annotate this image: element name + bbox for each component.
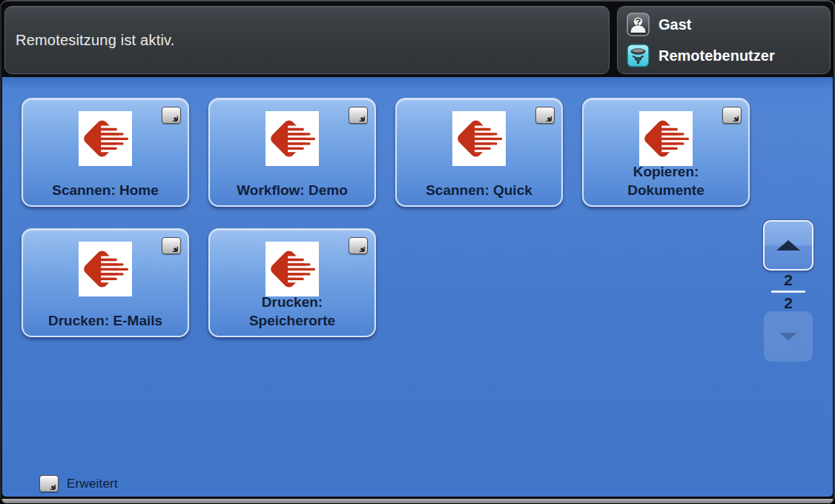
xerox-app-icon: [79, 242, 132, 296]
screen-bottom-bezel: [2, 499, 833, 503]
tile-label: Drucken: Speicherorte: [214, 293, 371, 330]
home-screen: Scannen: Home Workflow: Demo Scannen: Qu…: [2, 77, 833, 497]
app-tile-scannen-home[interactable]: Scannen: Home: [22, 98, 189, 207]
guest-user-row[interactable]: ? Gast: [627, 13, 830, 37]
xerox-app-icon: [452, 111, 506, 166]
tile-label: Workflow: Demo: [214, 181, 371, 199]
status-message: Remotesitzung ist aktiv.: [16, 32, 175, 49]
guest-user-label: Gast: [659, 16, 691, 33]
page-up-button[interactable]: [763, 220, 813, 271]
page-indicator: 2 2: [763, 271, 813, 312]
triangle-down-icon: [779, 333, 797, 340]
guest-user-icon: ?: [627, 13, 650, 36]
user-panel: ? Gast Remotebenutzer: [617, 6, 831, 74]
xerox-app-icon: [265, 111, 319, 166]
status-bar: Remotesitzung ist aktiv.: [4, 6, 610, 74]
tile-settings-gear-icon[interactable]: [162, 237, 181, 254]
tile-settings-gear-icon[interactable]: [535, 107, 555, 124]
current-page: 2: [784, 271, 793, 289]
app-tile-workflow-demo[interactable]: Workflow: Demo: [208, 98, 376, 207]
printer-touchscreen: Remotesitzung ist aktiv. ? Gast: [0, 0, 835, 504]
remote-user-row[interactable]: Remotebenutzer: [627, 44, 830, 68]
advanced-gear-icon: [39, 475, 59, 492]
remote-user-label: Remotebenutzer: [659, 47, 775, 64]
tile-settings-gear-icon[interactable]: [162, 107, 181, 124]
remote-session-icon: [627, 44, 650, 67]
app-tile-drucken-emails[interactable]: Drucken: E-Mails: [22, 228, 189, 337]
app-tile-scannen-quick[interactable]: Scannen: Quick: [395, 98, 563, 207]
app-tile-drucken-speicherorte[interactable]: Drucken: Speicherorte: [208, 228, 376, 337]
tile-label: Kopieren: Dokumente: [587, 162, 745, 199]
tile-label: Scannen: Home: [27, 181, 184, 199]
xerox-app-icon: [265, 242, 319, 296]
page-divider-line: [771, 291, 805, 293]
tile-settings-gear-icon[interactable]: [349, 237, 368, 254]
advanced-settings-button[interactable]: Erweitert: [39, 475, 118, 492]
tile-label: Scannen: Quick: [400, 181, 558, 199]
tile-settings-gear-icon[interactable]: [349, 107, 368, 124]
tile-settings-gear-icon[interactable]: [722, 107, 742, 124]
page-down-button-disabled[interactable]: [764, 311, 813, 362]
xerox-app-icon: [639, 111, 693, 166]
app-tile-kopieren-dokumente[interactable]: Kopieren: Dokumente: [582, 98, 750, 207]
triangle-up-icon: [776, 240, 800, 251]
tile-label: Drucken: E-Mails: [27, 311, 184, 330]
xerox-app-icon: [79, 111, 132, 166]
advanced-label: Erweitert: [67, 477, 118, 491]
svg-text:?: ?: [636, 16, 641, 27]
total-pages: 2: [784, 294, 793, 312]
